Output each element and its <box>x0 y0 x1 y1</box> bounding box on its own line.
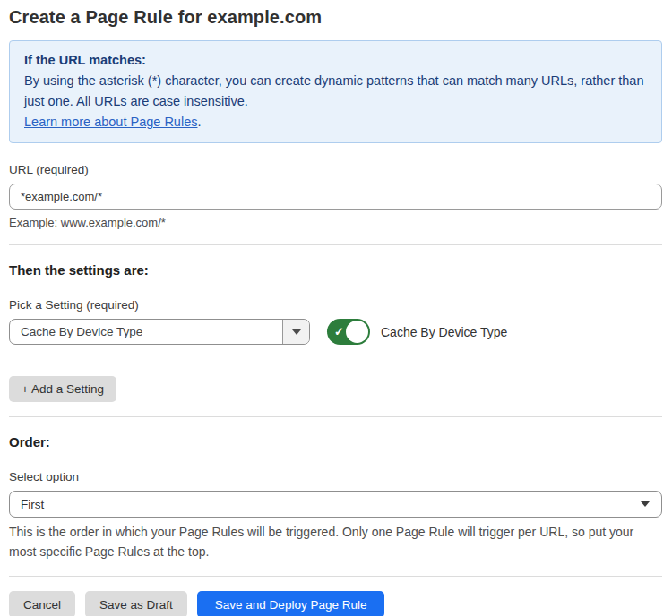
setting-dropdown-value: Cache By Device Type <box>10 320 282 344</box>
setting-dropdown-arrow-button[interactable] <box>282 320 309 344</box>
setting-dropdown[interactable]: Cache By Device Type <box>9 319 310 345</box>
info-banner-link-line: Learn more about Page Rules. <box>24 112 647 133</box>
url-example-hint: Example: www.example.com/* <box>9 216 662 230</box>
url-input[interactable] <box>9 184 662 210</box>
order-select-label: Select option <box>9 470 662 484</box>
cache-by-device-type-toggle[interactable]: ✓ <box>327 319 370 345</box>
info-banner-heading: If the URL matches: <box>24 50 647 71</box>
pick-setting-label: Pick a Setting (required) <box>9 298 662 312</box>
url-match-info-banner: If the URL matches: By using the asteris… <box>9 40 662 143</box>
setting-row: Cache By Device Type ✓ Cache By Device T… <box>9 319 662 345</box>
order-select-value: First <box>21 498 44 511</box>
divider <box>9 576 662 577</box>
chevron-down-icon <box>292 329 301 335</box>
save-and-deploy-button[interactable]: Save and Deploy Page Rule <box>197 591 385 616</box>
footer-actions: Cancel Save as Draft Save and Deploy Pag… <box>9 591 662 616</box>
chevron-down-icon <box>641 501 650 507</box>
order-help-text: This is the order in which your Page Rul… <box>9 522 650 561</box>
settings-section-heading: Then the settings are: <box>9 262 662 278</box>
order-section-heading: Order: <box>9 434 662 450</box>
url-field-label: URL (required) <box>9 163 662 177</box>
info-banner-body: By using the asterisk (*) character, you… <box>24 71 647 112</box>
add-setting-button[interactable]: + Add a Setting <box>9 376 116 402</box>
toggle-label: Cache By Device Type <box>381 325 507 339</box>
save-as-draft-button[interactable]: Save as Draft <box>85 591 187 616</box>
create-page-rule-form: Create a Page Rule for example.com If th… <box>0 0 672 616</box>
checkmark-icon: ✓ <box>334 326 344 338</box>
learn-more-link[interactable]: Learn more about Page Rules <box>24 115 197 129</box>
divider <box>9 416 662 417</box>
page-title: Create a Page Rule for example.com <box>9 5 662 29</box>
link-period: . <box>197 115 201 129</box>
setting-toggle-group: ✓ Cache By Device Type <box>327 319 507 345</box>
order-select[interactable]: First <box>9 491 662 518</box>
cancel-button[interactable]: Cancel <box>9 591 75 616</box>
toggle-knob <box>346 321 368 343</box>
divider <box>9 244 662 245</box>
